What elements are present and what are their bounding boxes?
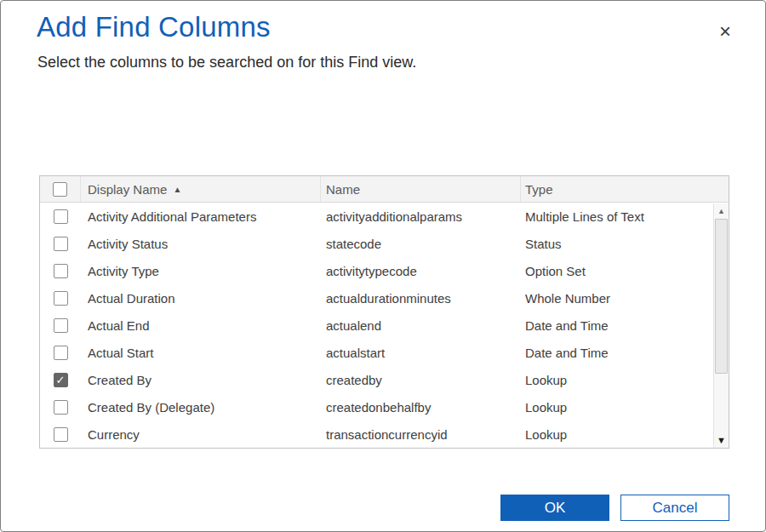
cancel-button[interactable]: Cancel (620, 495, 729, 521)
row-checkbox-cell (40, 427, 81, 442)
sort-ascending-icon: ▲ (173, 185, 181, 194)
row-checkbox[interactable] (54, 291, 68, 306)
row-checkbox[interactable] (54, 346, 68, 360)
scroll-up-icon[interactable]: ▲ (714, 203, 729, 219)
row-checkbox-cell: ✓ (40, 373, 81, 387)
cell-name: transactioncurrencyid (321, 427, 521, 442)
cell-name: activitytypecode (321, 264, 521, 278)
page-title: Add Find Columns (37, 11, 271, 43)
cell-name: actualstart (321, 346, 521, 360)
header-checkbox-cell (40, 176, 81, 202)
cell-type: Lookup (521, 400, 713, 415)
table-row: Actual DurationactualdurationminutesWhol… (40, 284, 713, 312)
cell-display-name: Created By (81, 373, 321, 387)
row-checkbox[interactable] (54, 209, 68, 224)
cell-type: Lookup (521, 373, 713, 387)
cell-type: Option Set (521, 264, 713, 278)
header-name-label: Name (326, 182, 360, 197)
table-row: Created By (Delegate)createdonbehalfbyLo… (40, 393, 713, 420)
row-checkbox-cell (40, 291, 81, 306)
row-checkbox-cell (40, 318, 81, 333)
select-all-checkbox[interactable] (53, 182, 67, 197)
cell-display-name: Created By (Delegate) (81, 400, 321, 415)
header-display-name-label: Display Name (88, 182, 167, 197)
dialog-subtitle: Select the columns to be searched on for… (37, 54, 416, 72)
cell-display-name: Activity Type (81, 264, 321, 278)
cell-type: Date and Time (521, 318, 713, 333)
table-row: ✓Created BycreatedbyLookup (40, 366, 713, 393)
table-row: Actual StartactualstartDate and Time (40, 339, 713, 366)
table-header-row: Display Name ▲ Name Type (40, 176, 729, 203)
cell-type: Multiple Lines of Text (521, 209, 713, 224)
cell-name: createdby (321, 373, 521, 387)
add-find-columns-dialog: Add Find Columns Select the columns to b… (0, 0, 766, 532)
table-row: Activity Additional Parametersactivityad… (40, 203, 713, 230)
row-checkbox[interactable] (54, 400, 68, 415)
row-checkbox[interactable] (54, 237, 68, 251)
close-icon[interactable]: × (719, 21, 731, 42)
header-type[interactable]: Type (521, 176, 729, 202)
cell-display-name: Currency (81, 427, 321, 442)
cell-display-name: Actual Start (81, 346, 321, 360)
table-row: Activity TypeactivitytypecodeOption Set (40, 257, 713, 284)
table-row: Activity StatusstatecodeStatus (40, 230, 713, 257)
columns-table: Display Name ▲ Name Type Activity Additi… (39, 175, 729, 449)
table-row: CurrencytransactioncurrencyidLookup (40, 420, 713, 448)
cell-name: actualend (321, 318, 521, 333)
ok-button[interactable]: OK (500, 495, 609, 521)
row-checkbox-cell (40, 346, 81, 360)
cell-display-name: Activity Status (81, 237, 321, 251)
row-checkbox-cell (40, 209, 81, 224)
cell-name: activityadditionalparams (321, 209, 521, 224)
cell-name: statecode (321, 237, 521, 251)
row-checkbox[interactable] (54, 264, 68, 278)
cell-type: Whole Number (521, 291, 713, 306)
cell-type: Date and Time (521, 346, 713, 360)
scroll-down-icon[interactable]: ▼ (714, 432, 729, 448)
header-display-name[interactable]: Display Name ▲ (81, 176, 321, 202)
table-scrollbar[interactable]: ▲ ▼ (713, 203, 729, 448)
row-checkbox-cell (40, 264, 81, 278)
cell-name: actualdurationminutes (321, 291, 521, 306)
header-name[interactable]: Name (321, 176, 521, 202)
scrollbar-track[interactable] (714, 374, 729, 432)
table-row: Actual EndactualendDate and Time (40, 312, 713, 339)
cell-type: Status (521, 237, 713, 251)
table-body: Activity Additional Parametersactivityad… (40, 203, 729, 448)
cell-display-name: Activity Additional Parameters (81, 209, 321, 224)
row-checkbox[interactable] (54, 427, 68, 442)
row-checkbox-cell (40, 237, 81, 251)
row-checkbox-cell (40, 400, 81, 415)
header-type-label: Type (525, 182, 553, 197)
cell-name: createdonbehalfby (321, 400, 521, 415)
scrollbar-thumb[interactable] (715, 219, 728, 374)
row-checkbox-checked[interactable]: ✓ (54, 373, 68, 387)
dialog-footer: OK Cancel (500, 495, 729, 521)
cell-display-name: Actual Duration (81, 291, 321, 306)
cell-display-name: Actual End (81, 318, 321, 333)
row-checkbox[interactable] (54, 318, 68, 333)
cell-type: Lookup (521, 427, 713, 442)
